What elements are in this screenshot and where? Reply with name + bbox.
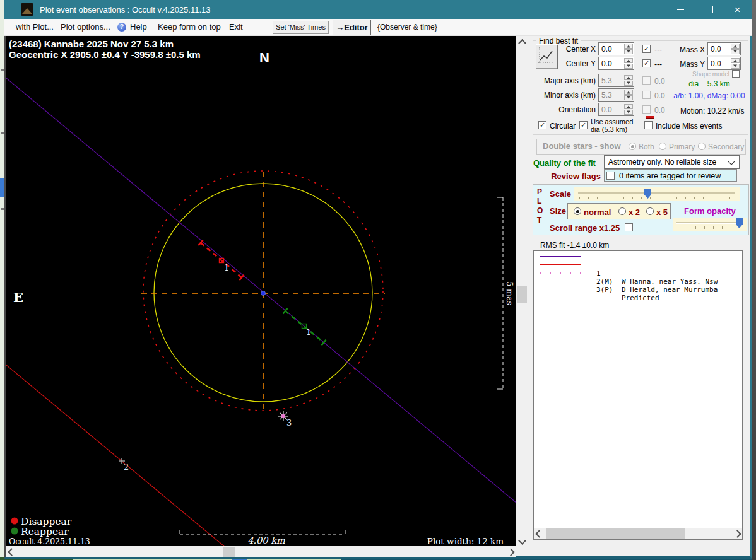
menu-with-plot[interactable]: with Plot... bbox=[12, 19, 57, 35]
legend-reappear: Reappear bbox=[21, 526, 69, 537]
center-x-value[interactable] bbox=[599, 43, 624, 55]
minor-axis-value bbox=[599, 89, 624, 101]
center-y-label: Center Y bbox=[545, 59, 596, 68]
mass-y-down[interactable] bbox=[731, 64, 740, 69]
shape-model-checkbox[interactable] bbox=[732, 70, 740, 78]
observer-name: D Herald, near Murrumba bbox=[622, 286, 741, 294]
title-bar: Plot event observations : Occult v.4.202… bbox=[4, 0, 752, 19]
scroll-down-button[interactable] bbox=[517, 535, 528, 546]
use-assumed-dia-checkbox[interactable] bbox=[579, 121, 588, 129]
plot-canvas[interactable]: 1 1 2 bbox=[6, 36, 516, 546]
size-label: Size bbox=[550, 206, 566, 216]
mass-y-up[interactable] bbox=[731, 58, 740, 63]
double-secondary-label: Secondary bbox=[708, 143, 744, 151]
menu-keep-form-on-top[interactable]: Keep form on top bbox=[154, 19, 225, 35]
desktop-strip-right bbox=[752, 0, 756, 560]
mass-x-up[interactable] bbox=[731, 44, 740, 49]
double-both-radio bbox=[629, 143, 636, 150]
minor-axis-alt: 0.0 bbox=[654, 91, 665, 100]
observer-list-scrollbar[interactable] bbox=[534, 528, 742, 539]
size-radio-group: normal x 2 x 5 bbox=[567, 203, 671, 219]
size-x2-radio[interactable] bbox=[618, 207, 626, 215]
size-normal-label: normal bbox=[584, 207, 611, 217]
horizontal-scroll-thumb[interactable] bbox=[223, 547, 235, 557]
observer-row[interactable]: 1 W Hanna, near Yass, Nsw bbox=[534, 253, 742, 261]
observer-row[interactable]: 3(P) Predicted bbox=[534, 269, 742, 277]
close-icon: × bbox=[735, 4, 741, 15]
vertical-scroll-thumb[interactable] bbox=[517, 286, 527, 303]
editor-button[interactable]: →Editor bbox=[333, 20, 371, 35]
double-primary-label: Primary bbox=[669, 143, 695, 151]
list-scroll-right-button[interactable] bbox=[732, 528, 742, 539]
observer-row[interactable]: 2(M) D Herald, near Murrumba bbox=[534, 261, 742, 269]
minor-axis-label: Minor axis (km) bbox=[538, 91, 596, 100]
maximize-button[interactable] bbox=[695, 0, 723, 19]
mass-x-value[interactable] bbox=[708, 43, 731, 55]
center-y-down[interactable] bbox=[624, 64, 633, 69]
scroll-right-button[interactable] bbox=[505, 546, 516, 557]
mass-x-input[interactable] bbox=[707, 42, 741, 55]
include-miss-checkbox[interactable] bbox=[644, 121, 653, 129]
compass-north: N bbox=[259, 50, 269, 66]
scale-slider[interactable] bbox=[574, 187, 740, 201]
center-x-fit-checkbox[interactable] bbox=[642, 45, 651, 53]
circular-checkbox[interactable] bbox=[538, 121, 546, 129]
double-secondary-radio bbox=[698, 143, 706, 150]
center-x-label: Center X bbox=[545, 45, 596, 54]
observer2-line-swatch bbox=[540, 264, 581, 265]
minimize-button[interactable] bbox=[666, 0, 695, 19]
menu-exit[interactable]: Exit bbox=[225, 19, 247, 35]
plot-area[interactable]: 1 1 2 bbox=[6, 36, 516, 546]
mass-y-input[interactable] bbox=[707, 57, 741, 70]
background-mark bbox=[1, 69, 4, 71]
scale-slider-groove bbox=[578, 192, 735, 194]
size-x5-radio[interactable] bbox=[646, 207, 654, 215]
observer-list[interactable]: 1 W Hanna, near Yass, Nsw 2(M) D Herald,… bbox=[533, 250, 743, 540]
form-opacity-slider[interactable] bbox=[673, 218, 747, 231]
center-y-input[interactable] bbox=[598, 57, 634, 70]
scale-label: Scale bbox=[550, 189, 571, 199]
center-y-value[interactable] bbox=[599, 57, 624, 69]
center-x-input[interactable] bbox=[598, 42, 634, 55]
center-x-up[interactable] bbox=[624, 44, 633, 49]
double-primary-radio bbox=[659, 143, 666, 150]
review-flags-checkbox[interactable] bbox=[606, 172, 615, 180]
miss-line-sample bbox=[646, 116, 654, 119]
background-mark bbox=[1, 132, 4, 134]
plot-letter-p: P bbox=[537, 187, 542, 196]
observer-name: Predicted bbox=[622, 294, 741, 302]
list-scroll-thumb[interactable] bbox=[546, 528, 685, 539]
orientation-fit-checkbox bbox=[642, 105, 651, 114]
vertical-scale-bar bbox=[497, 197, 503, 389]
plot-letter-o: O bbox=[537, 206, 543, 215]
double-both-label: Both bbox=[639, 143, 654, 151]
center-point bbox=[261, 291, 266, 296]
center-y-fit-checkbox[interactable] bbox=[642, 59, 651, 67]
scroll-up-button[interactable] bbox=[517, 36, 528, 47]
screen: Plot event observations : Occult v.4.202… bbox=[0, 0, 756, 560]
size-normal-radio[interactable] bbox=[574, 207, 581, 215]
orientation-down bbox=[624, 110, 633, 115]
minor-axis-fit-checkbox bbox=[642, 91, 651, 99]
mass-x-down[interactable] bbox=[731, 49, 740, 54]
close-button[interactable]: × bbox=[723, 0, 752, 19]
chevron-right-icon bbox=[733, 530, 741, 538]
quality-dropdown[interactable]: Astrometry only. No reliable size bbox=[604, 155, 740, 169]
motion-text: Motion: 10.22 km/s bbox=[680, 107, 750, 115]
observer-time-label: {Observer & time} bbox=[374, 19, 441, 35]
set-miss-times-button[interactable]: Set 'Miss' Times bbox=[273, 21, 329, 34]
plot-vertical-scrollbar[interactable] bbox=[517, 36, 528, 546]
menu-plot-options[interactable]: Plot options... bbox=[57, 19, 114, 35]
mass-y-value[interactable] bbox=[708, 57, 731, 69]
minor-axis-input bbox=[598, 88, 634, 102]
center-y-up[interactable] bbox=[624, 58, 633, 63]
plot-horizontal-scrollbar[interactable] bbox=[6, 546, 516, 557]
observer1-line-swatch bbox=[540, 256, 581, 257]
chevron-down-icon bbox=[518, 537, 526, 545]
list-scroll-left-button[interactable] bbox=[534, 528, 544, 539]
center-x-down[interactable] bbox=[624, 49, 633, 54]
chord1-disappear-segment[interactable] bbox=[198, 240, 244, 280]
menu-help[interactable]: Help bbox=[126, 19, 151, 35]
scroll-range-checkbox[interactable] bbox=[625, 223, 633, 231]
scroll-left-button[interactable] bbox=[6, 546, 17, 557]
